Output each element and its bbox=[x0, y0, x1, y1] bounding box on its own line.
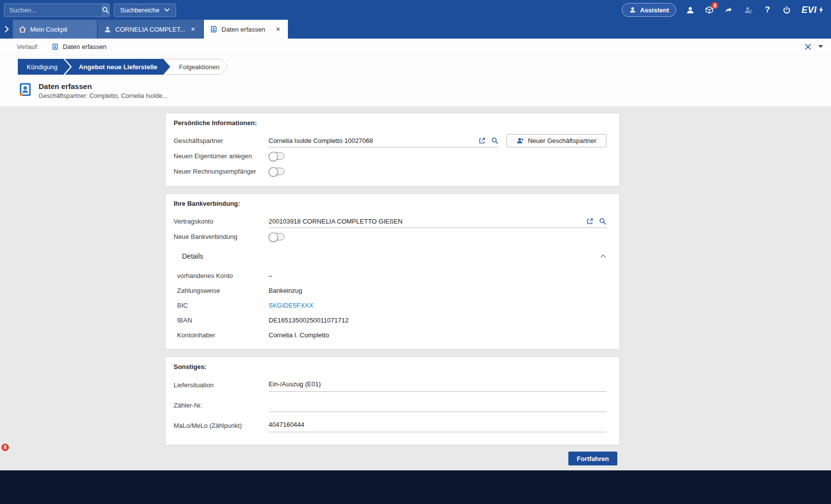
vertragskonto-value: 200103918 CORNELIA COMPLETTO GIEßEN bbox=[269, 218, 581, 225]
zaehler-nr-input[interactable] bbox=[269, 397, 606, 412]
details-title: Details bbox=[182, 252, 203, 260]
help-icon[interactable]: ? bbox=[762, 4, 773, 15]
partner-tab-icon bbox=[104, 26, 111, 33]
subheader: Verlauf: Daten erfassen Kündigung Angebo… bbox=[0, 39, 831, 106]
collapse-chevron-icon[interactable] bbox=[600, 254, 606, 258]
field-label: Neue Bankverbindung bbox=[174, 233, 269, 240]
tab-label: CORNELIA COMPLET... bbox=[115, 26, 185, 33]
search-input[interactable] bbox=[4, 4, 101, 16]
owner-toggle[interactable] bbox=[269, 152, 284, 160]
assistant-person-icon bbox=[629, 6, 636, 13]
tab-mein-cockpit[interactable]: Mein Cockpit bbox=[13, 20, 97, 39]
history-dropdown-icon[interactable] bbox=[818, 45, 823, 48]
history-label: Verlauf: bbox=[17, 43, 39, 50]
page-header: Daten erfassen Geschäftspartner: Complet… bbox=[0, 79, 831, 106]
bank-details: Details vorhandenes Konto – Zahlungsweis… bbox=[174, 252, 606, 342]
logout-power-icon[interactable] bbox=[781, 4, 792, 15]
detail-value: Cornelia I. Completto bbox=[269, 331, 329, 339]
wizard-step-label: Kündigung bbox=[27, 63, 57, 71]
wizard-step-folgeaktionen[interactable]: Folgeaktionen bbox=[165, 59, 228, 75]
wizard-step-angebot[interactable]: Angebot neue Lieferstelle bbox=[65, 59, 170, 75]
chevron-down-icon bbox=[164, 8, 170, 12]
page-title: Daten erfassen bbox=[39, 82, 168, 91]
detail-label: Zahlungsweise bbox=[177, 287, 269, 294]
page-icon bbox=[18, 82, 33, 97]
search-box bbox=[4, 3, 110, 17]
detail-label: IBAN bbox=[177, 317, 269, 324]
detail-value: DE16513500250011071712 bbox=[269, 317, 349, 324]
lookup-icon[interactable] bbox=[599, 218, 606, 225]
lookup-icon[interactable] bbox=[491, 137, 499, 144]
assistant-label: Assistent bbox=[640, 6, 669, 14]
assistant-button[interactable]: Assistent bbox=[622, 3, 677, 17]
inbox-icon[interactable]: 8 bbox=[704, 4, 715, 15]
app-window: Suchbereiche Assistent 8 ? bbox=[0, 0, 831, 504]
detail-row-bic: BIC SKGIDE5FXXX bbox=[177, 298, 606, 313]
malo-melo-input[interactable]: 4047160444 bbox=[269, 417, 606, 432]
field-label: Vertragskonto bbox=[174, 218, 269, 225]
liefersituation-input[interactable]: Ein-/Auszug (E01) bbox=[269, 377, 606, 392]
tab-cornelia-completto[interactable]: CORNELIA COMPLET... ✕ bbox=[98, 20, 203, 39]
wizard-step-label: Folgeaktionen bbox=[179, 63, 220, 71]
history-current-item[interactable]: Daten erfassen bbox=[51, 43, 106, 50]
user-switch-icon[interactable] bbox=[742, 4, 753, 15]
vertragskonto-input[interactable]: 200103918 CORNELIA COMPLETTO GIEßEN bbox=[269, 215, 606, 228]
geschaeftspartner-input[interactable]: Cornelia Isolde Completto 10027068 bbox=[269, 134, 499, 147]
detail-row-iban: IBAN DE16513500250011071712 bbox=[177, 313, 606, 327]
malo-melo-value: 4047160444 bbox=[269, 421, 606, 428]
field-row-vertragskonto: Vertragskonto 200103918 CORNELIA COMPLET… bbox=[174, 214, 606, 229]
wizard-step-kuendigung[interactable]: Kündigung bbox=[18, 59, 70, 75]
field-row-neue-bankverbindung: Neue Bankverbindung bbox=[174, 229, 606, 244]
invoice-recipient-toggle[interactable] bbox=[269, 168, 284, 175]
wizard-breadcrumb: Kündigung Angebot neue Lieferstelle Folg… bbox=[0, 55, 831, 79]
detail-label: BIC bbox=[177, 302, 269, 309]
section-title: Sonstiges: bbox=[174, 363, 606, 370]
search-icon[interactable] bbox=[101, 4, 109, 16]
tab-label: Mein Cockpit bbox=[30, 26, 91, 33]
brand-name: EVI bbox=[801, 5, 817, 15]
search-areas-label: Suchbereiche bbox=[120, 6, 160, 14]
messages-badge[interactable]: 8 bbox=[1, 444, 9, 451]
field-label: Zähler-Nr. bbox=[174, 402, 269, 412]
forward-icon[interactable] bbox=[723, 4, 734, 15]
search-areas-dropdown[interactable]: Suchbereiche bbox=[114, 3, 176, 17]
user-icon[interactable] bbox=[685, 4, 695, 15]
detail-label: vorhandenes Konto bbox=[177, 272, 269, 279]
tab-label: Daten erfassen bbox=[222, 26, 271, 33]
home-icon bbox=[19, 26, 26, 33]
topbar: Suchbereiche Assistent 8 ? bbox=[0, 0, 831, 20]
section-title: Ihre Bankverbindung: bbox=[174, 200, 606, 207]
liefersituation-value: Ein-/Auszug (E01) bbox=[269, 380, 606, 388]
tab-daten-erfassen[interactable]: Daten erfassen ✕ bbox=[204, 20, 288, 39]
bic-link[interactable]: SKGIDE5FXXX bbox=[269, 302, 313, 309]
field-row-neuer-eigentuemer: Neuen Eigentümer anlegen bbox=[174, 148, 606, 164]
field-label: Neuer Rechnungsempfänger bbox=[174, 168, 269, 175]
brand-mark-icon bbox=[818, 6, 824, 14]
field-label: Neuen Eigentümer anlegen bbox=[174, 152, 269, 160]
inbox-notification-badge: 8 bbox=[711, 2, 718, 9]
field-label: Liefersituation bbox=[174, 381, 269, 392]
close-workflow-icon[interactable] bbox=[805, 44, 811, 50]
detail-row-vorhandenes-konto: vorhandenes Konto – bbox=[177, 268, 606, 283]
section-bank: Ihre Bankverbindung: Vertragskonto 20010… bbox=[166, 194, 619, 349]
section-personal-info: Persönliche Informationen: Geschäftspart… bbox=[166, 113, 619, 186]
field-row-zaehler-nr: Zähler-Nr. bbox=[174, 397, 606, 412]
external-link-icon[interactable] bbox=[586, 218, 594, 225]
actions-bar: Fortfahren bbox=[166, 452, 619, 465]
brand-logo: EVI bbox=[801, 5, 824, 15]
field-row-malo-melo: MaLo/MeLo (Zählpunkt) 4047160444 bbox=[174, 417, 606, 432]
external-link-icon[interactable] bbox=[478, 137, 486, 144]
new-bank-toggle[interactable] bbox=[269, 233, 284, 240]
wizard-step-label: Angebot neue Lieferstelle bbox=[79, 63, 157, 71]
expand-chevron-icon[interactable] bbox=[0, 20, 13, 39]
tabbar: Mein Cockpit CORNELIA COMPLET... ✕ Daten… bbox=[0, 20, 831, 39]
main-content: Persönliche Informationen: Geschäftspart… bbox=[0, 106, 831, 470]
add-person-icon bbox=[516, 137, 524, 144]
new-partner-button[interactable]: Neuer Geschäftspartner bbox=[507, 134, 606, 147]
field-row-geschaeftspartner: Geschäftspartner Cornelia Isolde Complet… bbox=[174, 133, 606, 148]
close-icon[interactable]: ✕ bbox=[189, 25, 197, 34]
field-label: MaLo/MeLo (Zählpunkt) bbox=[174, 422, 269, 432]
section-title: Persönliche Informationen: bbox=[174, 119, 606, 127]
continue-button[interactable]: Fortfahren bbox=[568, 452, 617, 465]
close-icon[interactable]: ✕ bbox=[275, 25, 282, 34]
